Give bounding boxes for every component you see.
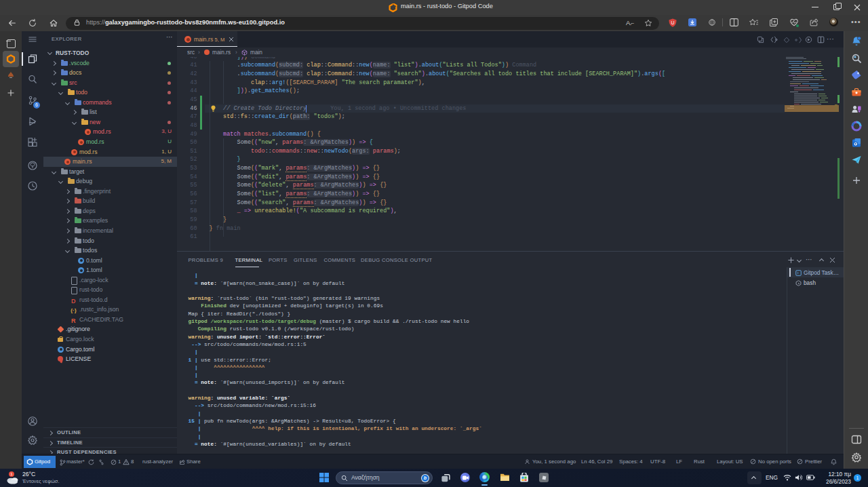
svg-text:U: U xyxy=(671,20,674,25)
